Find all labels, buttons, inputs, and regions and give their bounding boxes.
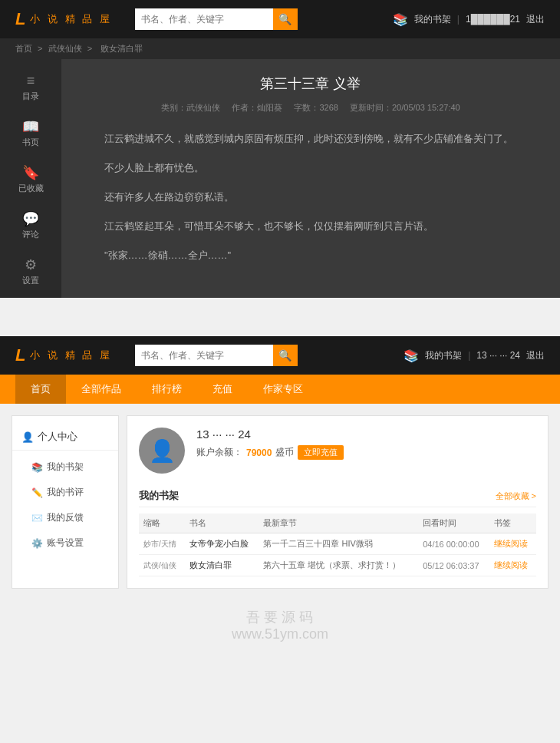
watermark: 吾 要 源 码 www.51ym.com xyxy=(0,600,560,650)
chapter-title: 第三十三章 义举 xyxy=(84,74,537,93)
user-profile: 👤 13 ··· ··· 24 账户余额： 79000 盛币 立即充值 xyxy=(139,428,536,474)
table-row: 武侠/仙侠 败女清白罪 第六十五章 堪忧（求票、求打赏！） 05/12 06:0… xyxy=(139,555,536,576)
page-icon: 📖 xyxy=(22,118,39,135)
divider: | xyxy=(457,14,460,25)
search-bar: 🔍 xyxy=(135,8,298,30)
balance-unit: 盛币 xyxy=(275,446,294,459)
recharge-button[interactable]: 立即充值 xyxy=(298,445,344,460)
reading-sidebar: ≡ 目录 📖 书页 🔖 已收藏 💬 评论 ⚙ 设置 xyxy=(0,59,61,298)
section-gap xyxy=(0,298,560,313)
personal-center-title: 👤 个人中心 xyxy=(12,424,118,451)
menu-review-label: 我的书评 xyxy=(47,486,84,499)
header-right: 📚 我的书架 | 1██████21 退出 xyxy=(393,12,545,27)
paragraph-2: 不少人脸上都有忧色。 xyxy=(84,158,537,178)
paragraph-4: 江云鹤竖起耳朵，可惜耳朵不够大，也不够长，仅仅摆着网听到只言片语。 xyxy=(84,216,537,236)
breadcrumb: 首页 > 武侠仙侠 > 败女清白罪 xyxy=(0,38,560,59)
nav-recharge[interactable]: 充值 xyxy=(197,375,248,404)
nav-home[interactable]: 首页 xyxy=(15,375,66,404)
cell-title-0[interactable]: 女帝争宠小白脸 xyxy=(185,533,259,555)
search-button[interactable]: 🔍 xyxy=(273,8,298,30)
cell-latest-0: 第一千二百三十四章 HIV微弱 xyxy=(259,533,418,555)
right-content: 👤 13 ··· ··· 24 账户余额： 79000 盛币 立即充值 我的书架 xyxy=(127,415,548,589)
breadcrumb-home[interactable]: 首页 xyxy=(15,44,32,53)
search-input[interactable] xyxy=(135,8,273,30)
meta-wordcount: 字数：3268 xyxy=(294,103,338,112)
meta-author: 作者：灿阳葵 xyxy=(232,103,282,112)
user-info: 1██████21 xyxy=(466,14,520,25)
cell-thumb-0: 妙市/天情 xyxy=(139,533,185,555)
paragraph-5: "张家……徐硝……全户……" xyxy=(84,246,537,266)
cell-title-1[interactable]: 败女清白罪 xyxy=(185,555,259,576)
cell-bookmark-0[interactable]: 继续阅读 xyxy=(489,533,536,555)
settings-icon: ⚙ xyxy=(25,256,37,273)
collect-icon: 🔖 xyxy=(22,164,39,181)
cell-latest-1: 第六十五章 堪忧（求票、求打赏！） xyxy=(259,555,418,576)
menu-feedback[interactable]: ✉️ 我的反馈 xyxy=(12,505,118,530)
menu-review-icon: ✏️ xyxy=(31,487,43,498)
nav-ranking[interactable]: 排行榜 xyxy=(137,375,197,404)
sidebar-comment[interactable]: 💬 评论 xyxy=(4,204,58,246)
reading-content: 第三十三章 义举 类别：武侠仙侠 作者：灿阳葵 字数：3268 更新时间：20/… xyxy=(61,59,560,298)
menu-review[interactable]: ✏️ 我的书评 xyxy=(12,480,118,505)
bottom-bookshelf-link[interactable]: 我的书架 xyxy=(425,349,462,362)
left-sidebar: 👤 个人中心 📚 我的书架 ✏️ 我的书评 ✉️ 我的反馈 ⚙️ 账号设置 xyxy=(12,415,119,589)
menu-account[interactable]: ⚙️ 账号设置 xyxy=(12,530,118,556)
balance-value: 79000 xyxy=(246,447,272,458)
cell-time-0: 04/16 00:00:00 xyxy=(418,533,489,555)
username: 13 ··· ··· 24 xyxy=(196,428,344,441)
section-header: 我的书架 全部收藏 > xyxy=(139,489,536,507)
table-row: 妙市/天情 女帝争宠小白脸 第一千二百三十四章 HIV微弱 04/16 00:0… xyxy=(139,533,536,555)
col-title: 书名 xyxy=(185,513,259,533)
bookshelf-icon: 📚 xyxy=(393,12,408,27)
menu-bookshelf-icon: 📚 xyxy=(31,462,43,473)
menu-bookshelf-label: 我的书架 xyxy=(47,461,84,474)
bottom-search-input[interactable] xyxy=(135,345,273,366)
cell-time-1: 05/12 06:03:37 xyxy=(418,555,489,576)
sidebar-page[interactable]: 📖 书页 xyxy=(4,112,58,154)
sidebar-toc-label: 目录 xyxy=(22,91,39,102)
chapter-meta: 类别：武侠仙侠 作者：灿阳葵 字数：3268 更新时间：20/05/03 15:… xyxy=(84,102,537,114)
breadcrumb-category[interactable]: 武侠仙侠 xyxy=(48,44,82,53)
personal-center-label: 个人中心 xyxy=(38,430,77,444)
bottom-logout-link[interactable]: 退出 xyxy=(526,349,545,362)
bottom-logo-icon: L xyxy=(15,345,25,365)
table-header-row: 缩略 书名 最新章节 回看时间 书签 xyxy=(139,513,536,533)
bottom-user-info: 13 ··· ··· 24 xyxy=(476,350,520,361)
meta-updatetime: 更新时间：20/05/03 15:27:40 xyxy=(350,103,460,112)
bookshelf-link[interactable]: 我的书架 xyxy=(414,13,451,26)
bottom-search-button[interactable]: 🔍 xyxy=(273,345,298,366)
cell-thumb-1: 武侠/仙侠 xyxy=(139,555,185,576)
cell-bookmark-1[interactable]: 继续阅读 xyxy=(489,555,536,576)
nav-author[interactable]: 作家专区 xyxy=(248,375,318,404)
nav-all-works[interactable]: 全部作品 xyxy=(66,375,137,404)
menu-feedback-label: 我的反馈 xyxy=(47,511,84,524)
user-details: 13 ··· ··· 24 账户余额： 79000 盛币 立即充值 xyxy=(196,428,344,460)
all-collections-link[interactable]: 全部收藏 > xyxy=(496,490,536,502)
sidebar-settings-label: 设置 xyxy=(22,275,39,286)
sidebar-page-label: 书页 xyxy=(22,137,39,148)
chapter-text: 江云鹤进城不久，就感觉到城内原固有烦压抑，此时还没到傍晚，就有不少店铺准备关门了… xyxy=(84,129,537,266)
sidebar-collect[interactable]: 🔖 已收藏 xyxy=(4,158,58,200)
section-title: 我的书架 xyxy=(139,489,179,503)
bookshelf-section: 我的书架 全部收藏 > 缩略 书名 最新章节 回看时间 书签 xyxy=(139,489,536,576)
personal-icon: 👤 xyxy=(21,431,34,443)
bottom-search-bar: 🔍 xyxy=(135,345,298,366)
logo-icon: L xyxy=(15,9,25,29)
book-table: 缩略 书名 最新章节 回看时间 书签 妙市/天情 女帝争宠小白脸 第一千二百三十… xyxy=(139,513,536,576)
bottom-logo: L 小 说 精 品 屋 xyxy=(15,345,112,365)
sidebar-collect-label: 已收藏 xyxy=(18,183,44,194)
meta-category: 类别：武侠仙侠 xyxy=(161,103,220,112)
sidebar-toc[interactable]: ≡ 目录 xyxy=(4,67,58,108)
nav-bar: 首页 全部作品 排行榜 充值 作家专区 xyxy=(0,375,560,404)
breadcrumb-sep1: > xyxy=(38,44,42,53)
menu-account-icon: ⚙️ xyxy=(31,538,43,549)
logo-text: 小 说 精 品 屋 xyxy=(30,12,111,26)
logout-link[interactable]: 退出 xyxy=(526,13,545,26)
breadcrumb-sep2: > xyxy=(87,44,92,53)
main-content: 👤 个人中心 📚 我的书架 ✏️ 我的书评 ✉️ 我的反馈 ⚙️ 账号设置 xyxy=(0,404,560,600)
menu-bookshelf[interactable]: 📚 我的书架 xyxy=(12,454,118,480)
sidebar-settings[interactable]: ⚙ 设置 xyxy=(4,250,58,292)
toc-icon: ≡ xyxy=(27,73,35,89)
col-bookmark: 书签 xyxy=(489,513,536,533)
col-time: 回看时间 xyxy=(418,513,489,533)
